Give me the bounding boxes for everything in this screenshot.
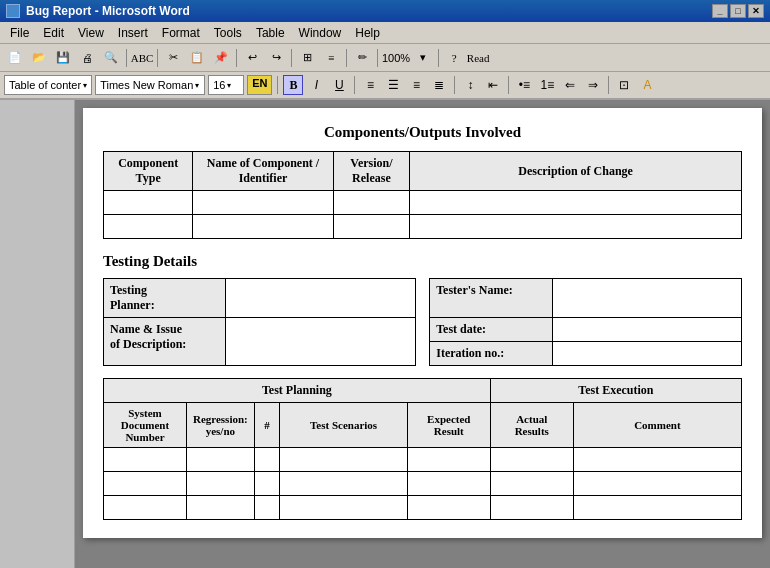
spell-button[interactable]: ABC (131, 47, 153, 69)
window-title: Bug Report - Microsoft Word (26, 4, 190, 18)
underline-button[interactable]: U (329, 75, 349, 95)
zoom-dropdown[interactable]: ▾ (412, 47, 434, 69)
iteration-label: Iteration no.: (430, 342, 552, 366)
sep8 (277, 76, 278, 94)
cell (573, 496, 741, 520)
cell (333, 215, 410, 239)
test-date-label: Test date: (430, 318, 552, 342)
menu-window[interactable]: Window (293, 24, 348, 42)
increase-indent-button[interactable]: ⇒ (583, 75, 603, 95)
components-title: Components/Outputs Involved (103, 124, 742, 141)
sep2 (157, 49, 158, 67)
table-row: SystemDocumentNumber Regression:yes/no #… (104, 403, 742, 448)
spacer (415, 318, 429, 342)
sep7 (438, 49, 439, 67)
document-page: Components/Outputs Involved ComponentTyp… (83, 108, 762, 538)
font-dropdown[interactable]: Times New Roman ▾ (95, 75, 205, 95)
menu-edit[interactable]: Edit (37, 24, 70, 42)
align-center-button[interactable]: ☰ (383, 75, 403, 95)
menu-insert[interactable]: Insert (112, 24, 154, 42)
cut-button[interactable]: ✂ (162, 47, 184, 69)
cell (410, 191, 742, 215)
cell (407, 496, 490, 520)
help-button[interactable]: ? (443, 47, 465, 69)
bold-button[interactable]: B (283, 75, 303, 95)
language-button[interactable]: EN (247, 75, 272, 95)
cell (193, 191, 333, 215)
col-regression: Regression:yes/no (186, 403, 254, 448)
testers-name-value (552, 279, 741, 318)
sep12 (608, 76, 609, 94)
cell (280, 448, 408, 472)
italic-button[interactable]: I (306, 75, 326, 95)
borders-button[interactable]: ⊡ (614, 75, 634, 95)
copy-button[interactable]: 📋 (186, 47, 208, 69)
paste-button[interactable]: 📌 (210, 47, 232, 69)
size-value: 16 (213, 79, 225, 91)
table-row (104, 191, 742, 215)
cell (186, 448, 254, 472)
line-spacing-button[interactable]: ↕ (460, 75, 480, 95)
cell (104, 496, 187, 520)
print-button[interactable]: 🖨 (76, 47, 98, 69)
cell (407, 448, 490, 472)
sep1 (126, 49, 127, 67)
minimize-button[interactable]: _ (712, 4, 728, 18)
decrease-indent-button[interactable]: ⇐ (560, 75, 580, 95)
new-button[interactable]: 📄 (4, 47, 26, 69)
menu-file[interactable]: File (4, 24, 35, 42)
cell (573, 472, 741, 496)
col-description: Description of Change (410, 152, 742, 191)
cell (104, 191, 193, 215)
menu-format[interactable]: Format (156, 24, 206, 42)
indent-left-button[interactable]: ⇤ (483, 75, 503, 95)
sep11 (508, 76, 509, 94)
col-version: Version/Release (333, 152, 410, 191)
col-component-name: Name of Component /Identifier (193, 152, 333, 191)
cell (490, 448, 573, 472)
menu-tools[interactable]: Tools (208, 24, 248, 42)
bullets-button[interactable]: •≡ (514, 75, 534, 95)
menu-table[interactable]: Table (250, 24, 291, 42)
read-button[interactable]: Read (467, 47, 489, 69)
col-actual-results: ActualResults (490, 403, 573, 448)
table-button[interactable]: ⊞ (296, 47, 318, 69)
maximize-button[interactable]: □ (730, 4, 746, 18)
components-table: ComponentType Name of Component /Identif… (103, 151, 742, 239)
cell (104, 472, 187, 496)
menu-view[interactable]: View (72, 24, 110, 42)
save-button[interactable]: 💾 (52, 47, 74, 69)
table-row: TestingPlanner: Tester's Name: (104, 279, 742, 318)
preview-button[interactable]: 🔍 (100, 47, 122, 69)
open-button[interactable]: 📂 (28, 47, 50, 69)
cell (254, 472, 280, 496)
cell (193, 215, 333, 239)
close-button[interactable]: ✕ (748, 4, 764, 18)
drawing-button[interactable]: ✏ (351, 47, 373, 69)
align-left-button[interactable]: ≡ (360, 75, 380, 95)
sep3 (236, 49, 237, 67)
size-dropdown[interactable]: 16 ▾ (208, 75, 244, 95)
menu-help[interactable]: Help (349, 24, 386, 42)
cell (410, 215, 742, 239)
table-row (104, 215, 742, 239)
cell (186, 472, 254, 496)
cell (490, 496, 573, 520)
numbering-button[interactable]: 1≡ (537, 75, 557, 95)
cell (573, 448, 741, 472)
justify-button[interactable]: ≣ (429, 75, 449, 95)
col-comment: Comment (573, 403, 741, 448)
redo-button[interactable]: ↪ (265, 47, 287, 69)
cell (254, 496, 280, 520)
testing-planner-label: TestingPlanner: (104, 279, 226, 318)
style-dropdown[interactable]: Table of conter ▾ (4, 75, 92, 95)
columns-button[interactable]: ≡ (320, 47, 342, 69)
col-component-type: ComponentType (104, 152, 193, 191)
cell (186, 496, 254, 520)
cell (104, 215, 193, 239)
highlight-button[interactable]: A (637, 75, 657, 95)
undo-button[interactable]: ↩ (241, 47, 263, 69)
cell (333, 191, 410, 215)
sep10 (454, 76, 455, 94)
align-right-button[interactable]: ≡ (406, 75, 426, 95)
